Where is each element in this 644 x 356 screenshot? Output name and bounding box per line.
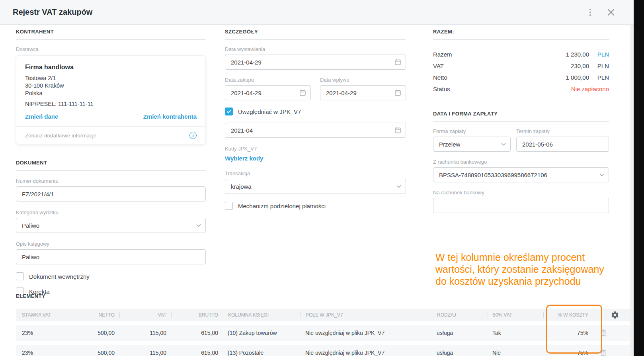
chevron-down-icon (599, 174, 604, 176)
jpk-codes-label: Kody JPK_V7 (225, 146, 406, 152)
status-badge: Nie zapłacono (571, 86, 609, 92)
cell-pole-jpk: Nie uwzględniaj w pliku JPK_V7 (301, 330, 432, 336)
accounting-description-field (16, 249, 206, 264)
supplier-label: Dostawca (16, 46, 206, 52)
col-vat: VAT (119, 312, 171, 318)
cell-pole-jpk: Nie uwzględniaj w pliku JPK_V7 (301, 350, 432, 356)
screen-edge (634, 0, 644, 356)
table-header: STAWKA VAT NETTO VAT BRUTTO KOLUMNA KSIĘ… (16, 309, 630, 321)
checkbox-unchecked-icon (16, 272, 24, 280)
col-brutto: BRUTTO (171, 312, 223, 318)
trash-icon[interactable] (599, 349, 607, 356)
currency-label: PLN (595, 74, 609, 81)
change-contractor-link[interactable]: Zmień kontrahenta (143, 113, 197, 120)
chevron-down-icon (196, 224, 201, 227)
netto-label: Netto (433, 74, 447, 81)
header-divider (600, 7, 600, 18)
details-column: SZCZEGÓŁY Data wystawienia Data zakupu D… (225, 29, 406, 210)
include-jpk-checkbox[interactable]: Uwzględniać w JPK_V7 (225, 108, 406, 115)
from-account-select[interactable]: BPSSA-74889010533039699586672106 (433, 167, 609, 182)
receipt-date-input[interactable] (320, 86, 406, 100)
accounting-description-input[interactable] (16, 250, 205, 264)
to-account-field (433, 198, 609, 213)
contractor-column: KONTRAHENT Dostawca Firma handlowa Testo… (16, 29, 206, 295)
scrollbar-track[interactable] (630, 25, 634, 356)
close-icon[interactable] (607, 8, 615, 17)
vat-label: VAT (433, 63, 444, 69)
total-row: Razem 1 230,00 PLN (433, 49, 609, 60)
cell-rodzaj: usługa (432, 350, 488, 356)
currency-label: PLN (595, 63, 609, 69)
col-netto: NETTO (68, 312, 119, 318)
change-data-link[interactable]: Zmień dane (25, 113, 58, 120)
cell-netto: 500,00 (68, 350, 119, 356)
cell-brutto: 615,00 (171, 350, 223, 356)
from-account-label: Z rachunku bankowego (433, 159, 609, 165)
section-title-kontrahent: KONTRAHENT (16, 29, 206, 40)
from-account-value: BPSSA-74889010533039699586672106 (433, 172, 547, 178)
checkbox-checked-icon (225, 108, 233, 115)
cell-stawka: 23% (16, 330, 68, 336)
jpk-month-input[interactable] (225, 123, 406, 137)
annotation-note: W tej kolumnie określamy procent wartośc… (435, 251, 604, 287)
to-account-input[interactable] (433, 198, 609, 213)
col-50-vat: 50% VAT (488, 312, 543, 318)
transaction-value: krajowa (225, 183, 252, 190)
contractor-card: Firma handlowa Testowa 2/1 30-100 Kraków… (16, 55, 206, 145)
cell-brutto: 615,00 (171, 330, 223, 336)
section-title-zaplata: DATA I FORMA ZAPŁATY (433, 111, 609, 122)
annotation-line: do kosztów uzyskania przychodu (435, 275, 604, 287)
internal-document-checkbox[interactable]: Dokument wewnętrzny (16, 272, 206, 280)
issue-date-label: Data wystawienia (225, 46, 406, 52)
expense-category-select[interactable]: Paliwo (16, 218, 206, 233)
additional-info-link[interactable]: Zobacz dodatkowe informacje (25, 133, 96, 139)
payment-form-select[interactable]: Przelew (433, 137, 511, 152)
summary-column: RAZEM: Razem 1 230,00 PLN VAT 230,00 PLN… (433, 29, 609, 213)
modal-header: Rejestr VAT zakupów (0, 0, 634, 25)
currency-link[interactable]: PLN (595, 51, 609, 58)
calendar-icon[interactable] (394, 90, 401, 96)
issue-date-input[interactable] (225, 55, 406, 69)
calendar-icon[interactable] (394, 59, 401, 66)
annotation-line: W tej kolumnie określamy procent (435, 251, 604, 263)
cell-kolumna: (13) Pozostałe (223, 350, 301, 356)
chevron-down-icon (396, 185, 401, 188)
info-icon[interactable]: i (189, 132, 197, 139)
purchase-date-label: Data zakupu (225, 77, 311, 83)
payment-due-input[interactable] (517, 137, 609, 151)
transaction-select[interactable]: krajowa (225, 179, 406, 194)
purchase-date-field (225, 85, 311, 100)
cell-rodzaj: usługa (432, 330, 488, 336)
annotation-line: wartości, który zostanie zaksięgowany (435, 263, 604, 275)
section-title-dokument: DOKUMENT (16, 160, 206, 171)
status-label: Status (433, 86, 450, 92)
contractor-city: 30-100 Kraków (25, 82, 197, 90)
netto-row: Netto 1 000,00 PLN (433, 72, 609, 83)
vat-register-modal: Rejestr VAT zakupów KONTRAHENT Dostawca … (0, 0, 644, 356)
col-stawka-vat: STAWKA VAT (16, 312, 68, 318)
receipt-date-label: Data wpływu (320, 77, 406, 83)
status-row: Status Nie zapłacono (433, 83, 609, 95)
cell-stawka: 23% (16, 350, 68, 356)
split-payment-label: Mechanizm podzielonej płatności (238, 203, 326, 209)
total-value: 1 230,00 (566, 51, 589, 58)
payment-form-label: Forma zapłaty (433, 128, 511, 134)
cell-50-vat: Nie (488, 350, 543, 356)
calendar-icon[interactable] (299, 90, 306, 96)
gear-icon[interactable] (611, 311, 619, 319)
purchase-date-input[interactable] (225, 86, 310, 100)
document-number-field (16, 186, 206, 201)
cell-vat: 115,00 (119, 330, 171, 336)
choose-codes-link[interactable]: Wybierz kody (225, 155, 406, 162)
checkbox-unchecked-icon (225, 202, 233, 210)
jpk-month-field (225, 123, 406, 138)
totals: Razem 1 230,00 PLN VAT 230,00 PLN Netto … (433, 49, 609, 95)
trash-icon[interactable] (599, 329, 607, 337)
vat-value: 230,00 (571, 63, 589, 69)
split-payment-checkbox[interactable]: Mechanizm podzielonej płatności (225, 202, 406, 210)
more-options-icon[interactable] (587, 6, 593, 18)
col-w-koszty: % W KOSZTY (543, 312, 593, 318)
document-number-input[interactable] (16, 187, 205, 201)
calendar-icon[interactable] (394, 127, 401, 134)
table-row: 23% 500,00 115,00 615,00 (13) Pozostałe … (16, 345, 630, 356)
